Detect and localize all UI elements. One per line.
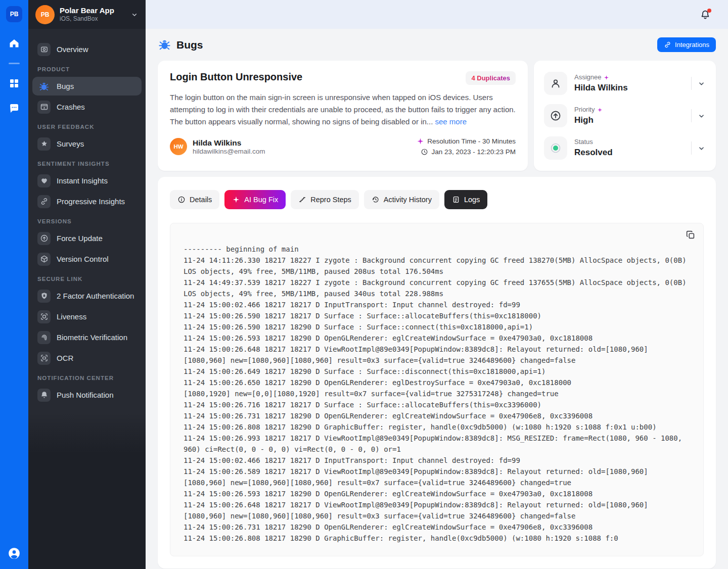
log-panel: --------- beginning of main 11-24 14:11:… <box>170 223 704 556</box>
tab-activity-history[interactable]: Activity History <box>364 190 439 209</box>
main: Bugs Integrations Login Button Unrespons… <box>146 0 728 569</box>
clock-icon <box>421 148 428 156</box>
force-update-icon <box>37 232 51 245</box>
sidebar-section-label: VERSIONS <box>37 218 136 224</box>
sidebar-item-liveness[interactable]: Liveness <box>32 307 142 326</box>
property-row-priority: PriorityHigh <box>544 104 706 127</box>
chat-icon[interactable] <box>8 103 20 115</box>
sidebar-item-progressive-insights[interactable]: Progressive Insights <box>32 192 142 211</box>
property-text: AssigneeHilda Wilkins <box>574 73 628 93</box>
reporter-avatar: HW <box>170 138 187 155</box>
property-actions <box>691 141 706 155</box>
notification-dot <box>707 9 711 13</box>
sidebar-item-bugs[interactable]: Bugs <box>32 77 142 96</box>
chevron-down-icon[interactable] <box>697 144 706 153</box>
reporter-email: hildawilkins@email.com <box>193 148 265 155</box>
sidebar-item-crashes[interactable]: Crashes <box>32 98 142 116</box>
tab-details[interactable]: Details <box>170 190 219 209</box>
duplicates-badge[interactable]: 4 Duplicates <box>466 71 516 85</box>
tab-repro-steps[interactable]: Repro Steps <box>291 190 359 209</box>
icon-rail: PB <box>0 0 28 569</box>
sidebar-item-label: Overview <box>57 45 88 54</box>
sidebar-item-version-control[interactable]: Version Control <box>32 250 142 268</box>
sidebar-section-label: SENTIMENT INSIGHTS <box>37 161 136 167</box>
see-more-link[interactable]: see more <box>435 117 467 126</box>
sidebar-item-instant-insights[interactable]: Instant Insights <box>32 171 142 190</box>
chevron-down-icon[interactable] <box>697 112 706 120</box>
sidebar-item-label: Biometric Verification <box>57 333 127 342</box>
property-row-assignee: AssigneeHilda Wilkins <box>544 72 706 95</box>
sidebar-item-label: Liveness <box>57 312 86 321</box>
sidebar-nav: OverviewPRODUCTBugsCrashesUSER FEEDBACKS… <box>28 29 146 569</box>
crashes-icon <box>37 101 51 114</box>
instant-insights-icon <box>37 174 51 187</box>
divider <box>691 109 692 122</box>
property-value: Resolved <box>574 147 613 158</box>
divider <box>691 77 692 90</box>
sidebar-item-label: OCR <box>57 354 73 362</box>
sidebar-item-push-notification[interactable]: Push Notification <box>32 386 142 404</box>
sidebar-item-2-factor-authentication[interactable]: 2 Factor Authentication <box>32 287 142 305</box>
rail-icons <box>8 37 20 115</box>
arrow-up-circle-icon <box>544 104 567 127</box>
divider <box>691 141 692 155</box>
app-switcher[interactable]: PB Polar Bear App iOS, SandBox <box>28 0 146 29</box>
biometric-icon <box>37 331 51 344</box>
link-icon <box>664 41 671 49</box>
info-icon <box>177 196 186 204</box>
reporter-name: Hilda Wilkins <box>193 138 265 148</box>
bug-properties-card: AssigneeHilda WilkinsPriorityHighStatusR… <box>534 61 716 171</box>
sidebar-item-force-update[interactable]: Force Update <box>32 229 142 248</box>
reported-timestamp: Jan 23, 2023 - 12:20:23 PM <box>431 148 516 156</box>
stairs-icon <box>298 196 306 204</box>
sidebar-item-biometric-verification[interactable]: Biometric Verification <box>32 328 142 347</box>
property-text: StatusResolved <box>574 138 613 158</box>
sparkle-icon <box>604 75 609 80</box>
sparkle-icon <box>232 196 240 204</box>
sidebar-item-label: Crashes <box>57 103 85 111</box>
sidebar-item-label: Version Control <box>57 255 109 263</box>
surveys-icon <box>37 137 51 151</box>
notifications-bell-icon[interactable] <box>700 9 711 20</box>
sidebar-item-overview[interactable]: Overview <box>32 40 142 59</box>
sparkle-icon <box>597 107 603 113</box>
doc-icon <box>452 196 460 204</box>
sidebar: PB Polar Bear App iOS, SandBox OverviewP… <box>28 0 146 569</box>
workspace-badge[interactable]: PB <box>6 6 22 22</box>
resolution-time: Resolution Time - 30 Minutes <box>427 137 516 145</box>
sidebar-item-surveys[interactable]: Surveys <box>32 134 142 153</box>
sidebar-section-label: NOTIFICATION CENTER <box>37 375 136 381</box>
page-head: Bugs Integrations <box>158 37 716 52</box>
property-value: Hilda Wilkins <box>574 82 628 93</box>
tab-label: Activity History <box>384 196 432 204</box>
sidebar-section-label: USER FEEDBACK <box>37 124 136 130</box>
bug-title: Login Button Unresponsive <box>170 71 302 83</box>
sidebar-item-label: Progressive Insights <box>57 197 125 206</box>
sidebar-section-label: PRODUCT <box>37 66 136 72</box>
property-label: Priority <box>574 106 603 114</box>
two-factor-icon <box>37 290 51 303</box>
tab-ai-bug-fix[interactable]: AI Bug Fix <box>224 190 286 209</box>
bug-meta: Resolution Time - 30 Minutes Jan 23, 202… <box>417 137 516 156</box>
sidebar-item-ocr[interactable]: OCR <box>32 349 142 367</box>
app-root: PB PB Polar Bear App iOS, SandBox Overvi… <box>0 0 728 569</box>
copy-logs-button[interactable] <box>685 229 696 241</box>
user-avatar-icon[interactable] <box>8 547 21 560</box>
home-icon[interactable] <box>8 37 20 50</box>
log-output[interactable]: --------- beginning of main 11-24 14:11:… <box>170 223 703 556</box>
person-icon <box>544 72 567 95</box>
property-text: PriorityHigh <box>574 106 603 126</box>
apps-grid-icon[interactable] <box>8 77 20 89</box>
tab-label: Repro Steps <box>310 196 351 204</box>
bug-detail-card: DetailsAI Bug FixRepro StepsActivity His… <box>158 177 716 568</box>
integrations-button[interactable]: Integrations <box>657 37 716 52</box>
tab-label: Details <box>190 196 212 204</box>
sparkle-icon <box>417 137 424 145</box>
tab-logs[interactable]: Logs <box>444 190 487 209</box>
ocr-icon <box>37 352 51 365</box>
chevron-down-icon <box>130 11 139 19</box>
sidebar-item-label: Push Notification <box>57 391 114 399</box>
app-avatar: PB <box>35 5 55 24</box>
chevron-down-icon[interactable] <box>697 79 706 88</box>
bug-icon <box>158 38 171 52</box>
